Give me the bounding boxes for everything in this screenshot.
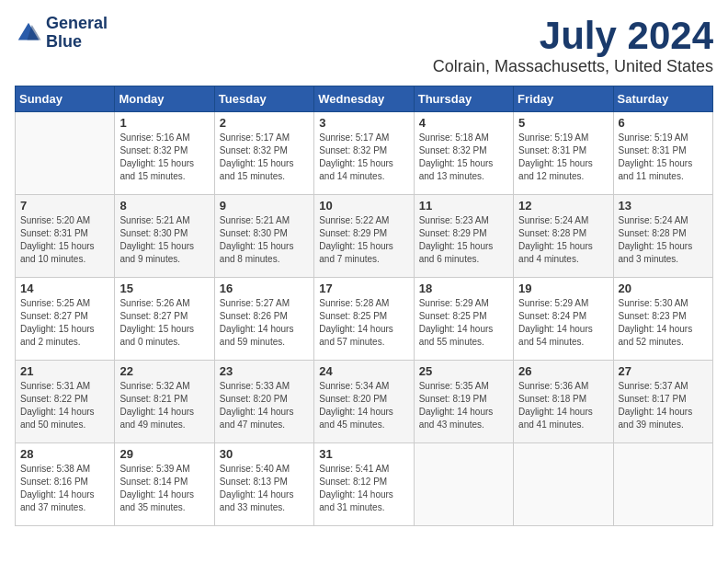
table-row: 19Sunrise: 5:29 AM Sunset: 8:24 PM Dayli… [514,278,613,361]
day-number: 8 [119,199,209,213]
day-number: 23 [220,364,309,378]
day-number: 22 [119,364,209,378]
table-row: 26Sunrise: 5:36 AM Sunset: 8:18 PM Dayli… [514,361,613,443]
day-number: 29 [119,447,209,461]
table-row [514,443,613,526]
table-row [613,443,712,526]
table-row: 2Sunrise: 5:17 AM Sunset: 8:32 PM Daylig… [214,112,313,195]
logo-line1: General [46,15,108,33]
day-info: Sunrise: 5:30 AM Sunset: 8:23 PM Dayligh… [619,297,708,349]
day-info: Sunrise: 5:40 AM Sunset: 8:13 PM Dayligh… [220,463,309,514]
day-info: Sunrise: 5:21 AM Sunset: 8:30 PM Dayligh… [220,214,309,266]
col-friday: Friday [514,86,613,112]
location-title: Colrain, Massachusetts, United States [433,57,713,76]
table-row: 11Sunrise: 5:23 AM Sunset: 8:29 PM Dayli… [414,195,513,278]
day-number: 1 [119,116,209,130]
day-number: 12 [518,199,608,213]
day-info: Sunrise: 5:31 AM Sunset: 8:22 PM Dayligh… [20,380,109,431]
table-row: 18Sunrise: 5:29 AM Sunset: 8:25 PM Dayli… [414,278,513,361]
day-number: 16 [220,282,309,295]
table-row: 5Sunrise: 5:19 AM Sunset: 8:31 PM Daylig… [514,112,613,195]
table-row: 9Sunrise: 5:21 AM Sunset: 8:30 PM Daylig… [214,195,313,278]
table-row: 12Sunrise: 5:24 AM Sunset: 8:28 PM Dayli… [514,195,613,278]
table-row [414,443,513,526]
page-header: General Blue July 2024 Colrain, Massachu… [15,15,713,76]
table-row: 16Sunrise: 5:27 AM Sunset: 8:26 PM Dayli… [214,278,313,361]
day-number: 5 [518,116,608,130]
table-row: 25Sunrise: 5:35 AM Sunset: 8:19 PM Dayli… [414,361,513,443]
table-row: 7Sunrise: 5:20 AM Sunset: 8:31 PM Daylig… [16,195,115,278]
table-row: 28Sunrise: 5:38 AM Sunset: 8:16 PM Dayli… [16,443,115,526]
calendar-week-row: 7Sunrise: 5:20 AM Sunset: 8:31 PM Daylig… [16,195,713,278]
day-info: Sunrise: 5:37 AM Sunset: 8:17 PM Dayligh… [619,380,708,431]
day-info: Sunrise: 5:34 AM Sunset: 8:20 PM Dayligh… [319,380,408,431]
day-number: 21 [20,364,109,378]
day-number: 17 [319,282,408,295]
table-row: 1Sunrise: 5:16 AM Sunset: 8:32 PM Daylig… [115,112,214,195]
day-info: Sunrise: 5:38 AM Sunset: 8:16 PM Dayligh… [20,463,109,514]
table-row: 31Sunrise: 5:41 AM Sunset: 8:12 PM Dayli… [314,443,414,526]
table-row: 23Sunrise: 5:33 AM Sunset: 8:20 PM Dayli… [214,361,313,443]
day-info: Sunrise: 5:23 AM Sunset: 8:29 PM Dayligh… [419,214,508,266]
table-row: 20Sunrise: 5:30 AM Sunset: 8:23 PM Dayli… [613,278,712,361]
table-row: 24Sunrise: 5:34 AM Sunset: 8:20 PM Dayli… [314,361,414,443]
day-number: 19 [518,282,608,295]
table-row: 21Sunrise: 5:31 AM Sunset: 8:22 PM Dayli… [16,361,115,443]
calendar-header-row: Sunday Monday Tuesday Wednesday Thursday… [16,86,713,112]
day-number: 31 [319,447,408,461]
day-number: 24 [319,364,408,378]
col-sunday: Sunday [16,86,115,112]
table-row [16,112,115,195]
day-info: Sunrise: 5:17 AM Sunset: 8:32 PM Dayligh… [319,132,408,183]
col-saturday: Saturday [613,86,712,112]
day-number: 20 [619,282,708,295]
logo: General Blue [15,15,108,52]
day-number: 2 [220,116,309,130]
logo-line2: Blue [46,33,108,52]
day-number: 9 [220,199,309,213]
table-row: 15Sunrise: 5:26 AM Sunset: 8:27 PM Dayli… [115,278,214,361]
calendar-table: Sunday Monday Tuesday Wednesday Thursday… [15,86,713,526]
day-number: 10 [319,199,408,213]
col-wednesday: Wednesday [314,86,414,112]
day-number: 14 [20,282,109,295]
table-row: 29Sunrise: 5:39 AM Sunset: 8:14 PM Dayli… [115,443,214,526]
day-number: 18 [419,282,508,295]
day-number: 26 [518,364,608,378]
table-row: 6Sunrise: 5:19 AM Sunset: 8:31 PM Daylig… [613,112,712,195]
day-info: Sunrise: 5:19 AM Sunset: 8:31 PM Dayligh… [619,132,708,183]
table-row: 8Sunrise: 5:21 AM Sunset: 8:30 PM Daylig… [115,195,214,278]
day-number: 3 [319,116,408,130]
day-info: Sunrise: 5:32 AM Sunset: 8:21 PM Dayligh… [119,380,209,431]
day-info: Sunrise: 5:20 AM Sunset: 8:31 PM Dayligh… [20,214,109,266]
day-number: 11 [419,199,508,213]
day-info: Sunrise: 5:41 AM Sunset: 8:12 PM Dayligh… [319,463,408,514]
table-row: 22Sunrise: 5:32 AM Sunset: 8:21 PM Dayli… [115,361,214,443]
table-row: 17Sunrise: 5:28 AM Sunset: 8:25 PM Dayli… [314,278,414,361]
day-info: Sunrise: 5:19 AM Sunset: 8:31 PM Dayligh… [518,132,608,183]
table-row: 10Sunrise: 5:22 AM Sunset: 8:29 PM Dayli… [314,195,414,278]
table-row: 27Sunrise: 5:37 AM Sunset: 8:17 PM Dayli… [613,361,712,443]
day-info: Sunrise: 5:27 AM Sunset: 8:26 PM Dayligh… [220,297,309,349]
day-number: 6 [619,116,708,130]
day-info: Sunrise: 5:29 AM Sunset: 8:24 PM Dayligh… [518,297,608,349]
day-info: Sunrise: 5:25 AM Sunset: 8:27 PM Dayligh… [20,297,109,349]
day-number: 28 [20,447,109,461]
table-row: 3Sunrise: 5:17 AM Sunset: 8:32 PM Daylig… [314,112,414,195]
day-info: Sunrise: 5:16 AM Sunset: 8:32 PM Dayligh… [119,132,209,183]
day-number: 7 [20,199,109,213]
day-info: Sunrise: 5:33 AM Sunset: 8:20 PM Dayligh… [220,380,309,431]
calendar-week-row: 21Sunrise: 5:31 AM Sunset: 8:22 PM Dayli… [16,361,713,443]
table-row: 13Sunrise: 5:24 AM Sunset: 8:28 PM Dayli… [613,195,712,278]
day-number: 25 [419,364,508,378]
day-info: Sunrise: 5:24 AM Sunset: 8:28 PM Dayligh… [518,214,608,266]
day-info: Sunrise: 5:21 AM Sunset: 8:30 PM Dayligh… [119,214,209,266]
day-info: Sunrise: 5:36 AM Sunset: 8:18 PM Dayligh… [518,380,608,431]
day-info: Sunrise: 5:28 AM Sunset: 8:25 PM Dayligh… [319,297,408,349]
day-info: Sunrise: 5:39 AM Sunset: 8:14 PM Dayligh… [119,463,209,514]
day-info: Sunrise: 5:18 AM Sunset: 8:32 PM Dayligh… [419,132,508,183]
title-section: July 2024 Colrain, Massachusetts, United… [433,15,713,76]
col-monday: Monday [115,86,214,112]
day-info: Sunrise: 5:24 AM Sunset: 8:28 PM Dayligh… [619,214,708,266]
table-row: 4Sunrise: 5:18 AM Sunset: 8:32 PM Daylig… [414,112,513,195]
